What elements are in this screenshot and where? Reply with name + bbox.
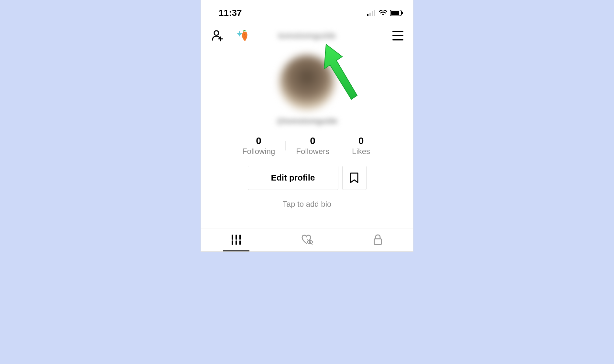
wifi-icon (379, 10, 387, 16)
stat-following[interactable]: 0 Following (232, 135, 285, 156)
stat-value: 0 (310, 135, 315, 146)
hamburger-menu-icon[interactable] (392, 31, 403, 40)
add-friend-icon[interactable] (211, 29, 224, 42)
stat-label: Followers (296, 147, 329, 156)
tab-private[interactable] (342, 228, 413, 251)
svg-rect-0 (367, 14, 368, 16)
action-row: Edit profile (248, 166, 367, 190)
username-handle[interactable]: @tomstomguide (277, 116, 338, 126)
svg-rect-6 (402, 12, 403, 14)
stat-followers[interactable]: 0 Followers (286, 135, 340, 156)
svg-rect-5 (391, 11, 399, 15)
tab-liked[interactable] (272, 228, 343, 251)
avatar[interactable] (280, 55, 334, 110)
phone-frame: 11:37 (201, 0, 413, 252)
bookmark-icon (350, 172, 359, 183)
svg-rect-22 (374, 239, 381, 245)
carrot-sparkle-icon[interactable] (236, 29, 249, 42)
grid-icon (231, 235, 241, 245)
svg-line-11 (244, 36, 246, 36)
battery-icon (390, 10, 403, 16)
header-username[interactable]: tomstomguide (278, 31, 336, 41)
header-row: tomstomguide (201, 23, 413, 49)
stat-likes[interactable]: 0 Likes (340, 135, 382, 156)
edit-profile-button[interactable]: Edit profile (248, 166, 338, 190)
stat-label: Likes (352, 147, 370, 156)
status-bar: 11:37 (201, 0, 413, 23)
bookmark-button[interactable] (342, 166, 367, 190)
stat-value: 0 (256, 135, 261, 146)
svg-rect-2 (372, 11, 373, 16)
cellular-signal-icon (367, 10, 376, 16)
svg-line-12 (245, 38, 246, 38)
tab-grid[interactable] (201, 228, 272, 251)
svg-line-10 (244, 34, 245, 34)
profile-section: @tomstomguide 0 Following 0 Followers 0 … (201, 49, 413, 228)
svg-rect-1 (369, 13, 371, 16)
profile-tabs (201, 228, 413, 251)
status-time: 11:37 (219, 8, 242, 18)
stats-row: 0 Following 0 Followers 0 Likes (232, 135, 382, 156)
svg-point-7 (214, 31, 219, 35)
lock-icon (373, 234, 383, 245)
svg-rect-3 (374, 10, 375, 16)
bio-placeholder[interactable]: Tap to add bio (283, 200, 332, 209)
status-icons (367, 10, 403, 16)
stat-label: Following (242, 147, 275, 156)
heart-hidden-icon (301, 234, 313, 245)
stat-value: 0 (358, 135, 364, 146)
